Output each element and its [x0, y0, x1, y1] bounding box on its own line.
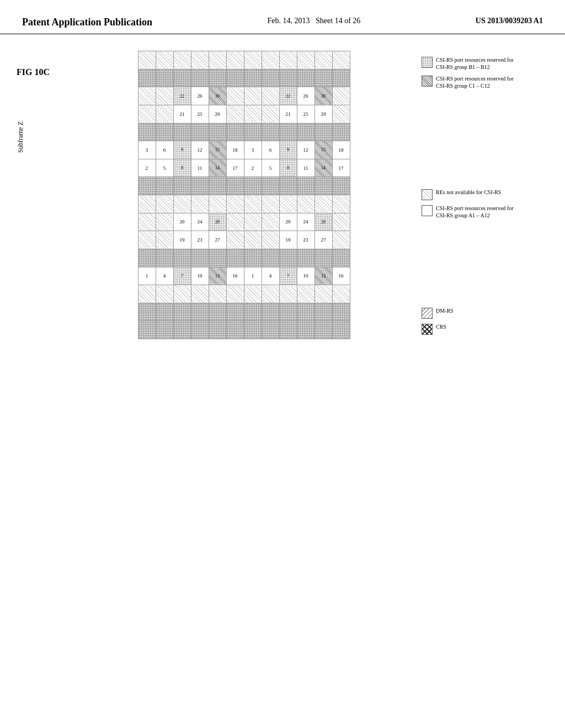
- table-row: [138, 285, 350, 303]
- legend-text-notavail: REs not available for CSI-RS: [436, 189, 501, 196]
- table-row: 3 6 9 12 15 18 3 6 9 12 15 18: [138, 141, 350, 159]
- legend-item-dmrs: DM-RS: [422, 307, 548, 319]
- table-row: 21 25 29 21 25 29: [138, 105, 350, 123]
- publication-number: US 2013/0039203 A1: [476, 17, 543, 25]
- table-row: [138, 177, 350, 195]
- table-row: [138, 123, 350, 141]
- table-row: [138, 303, 350, 321]
- table-row: [138, 321, 350, 339]
- legend-item-a: CSI-RS port resources reserved forCSI-RS…: [422, 205, 548, 219]
- page-header: Patent Application Publication Feb. 14, …: [0, 0, 565, 34]
- legend-box-crs: [422, 324, 433, 335]
- legend-area: CSI-RS port resources reserved forCSI-RS…: [422, 45, 548, 339]
- legend-box-hatch-dense: [422, 76, 433, 87]
- table-row: [138, 69, 350, 87]
- table-row: 20 24 28 20 24 28: [138, 213, 350, 231]
- legend-text-crs: CRS: [436, 323, 446, 330]
- table-row: 22 26 30 22 26 30: [138, 87, 350, 105]
- grid-diagram: 22 26 30 22 26 30 21 25 29: [72, 45, 416, 339]
- legend-text-b: CSI-RS port resources reserved forCSI-RS…: [436, 56, 514, 71]
- table-row: 1 4 7 10 13 16 1 4 7 10 13 16: [138, 267, 350, 285]
- table-row: 2 5 8 11 14 17 2 5 8 11 14 17: [138, 159, 350, 177]
- subframe-label: Subframe Z: [17, 121, 25, 153]
- table-row: [138, 249, 350, 267]
- legend-box-dmrs: [422, 308, 433, 319]
- table-row: 19 23 27 19 23 27: [138, 231, 350, 249]
- table-row: [138, 195, 350, 213]
- legend-text-c: CSI-RS port resources reserved forCSI-RS…: [436, 75, 514, 89]
- figure-label: FIG 10C: [17, 67, 50, 77]
- legend-text-a: CSI-RS port resources reserved forCSI-RS…: [436, 205, 514, 219]
- legend-item-c: CSI-RS port resources reserved forCSI-RS…: [422, 75, 548, 89]
- legend-text-dmrs: DM-RS: [436, 307, 454, 314]
- legend-box-white: [422, 205, 433, 216]
- legend-item-crs: CRS: [422, 323, 548, 335]
- legend-item-notavail: REs not available for CSI-RS: [422, 189, 548, 200]
- legend-box-grid: [422, 57, 433, 68]
- table-row: [138, 51, 350, 69]
- publication-date-sheet: Feb. 14, 2013 Sheet 14 of 26: [268, 17, 361, 25]
- legend-box-hatch-light: [422, 189, 433, 200]
- publication-title: Patent Application Publication: [22, 17, 152, 28]
- legend-item-b: CSI-RS port resources reserved forCSI-RS…: [422, 56, 548, 71]
- resource-grid: 22 26 30 22 26 30 21 25 29: [138, 51, 350, 339]
